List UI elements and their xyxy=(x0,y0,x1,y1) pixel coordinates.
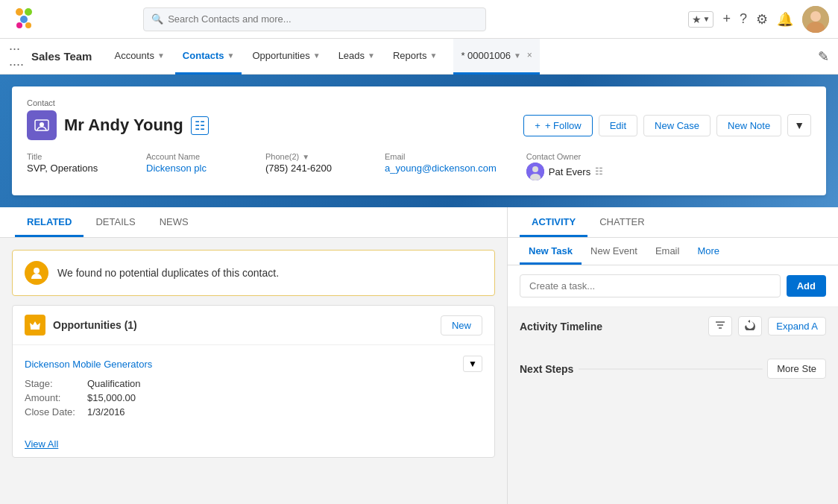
new-opportunity-button[interactable]: New xyxy=(441,315,482,336)
tab-label: * 00001006 xyxy=(461,50,511,61)
view-all-link[interactable]: View All xyxy=(13,431,494,457)
refresh-button[interactable] xyxy=(738,316,762,336)
sidebar-item-leads[interactable]: Leads ▼ xyxy=(331,39,382,75)
sidebar-item-contacts[interactable]: Contacts ▼ xyxy=(175,39,242,75)
grid-icon[interactable]: ∙∙∙∙∙∙∙ xyxy=(9,41,24,72)
chevron-down-icon: ▼ xyxy=(157,51,165,60)
opp-stage-row: Stage: Qualification xyxy=(25,378,482,389)
opportunity-link[interactable]: Dickenson Mobile Generators xyxy=(25,359,152,370)
chevron-down-icon: ▼ xyxy=(429,51,437,60)
account-link[interactable]: Dickenson plc xyxy=(146,163,207,174)
next-steps-section: Next Steps More Ste xyxy=(508,353,838,394)
opp-header: Dickenson Mobile Generators ▼ xyxy=(25,356,482,372)
contact-icon xyxy=(34,117,50,133)
search-bar[interactable]: 🔍 xyxy=(143,7,486,31)
favorites-button[interactable]: ★ ▼ xyxy=(688,11,714,28)
amount-label: Amount: xyxy=(25,392,84,403)
contact-fields: Title SVP, Operations Account Name Dicke… xyxy=(27,152,811,180)
contact-breadcrumb: Contact xyxy=(27,98,811,107)
timeline-header: Activity Timeline Expand A xyxy=(520,316,826,336)
new-case-button[interactable]: New Case xyxy=(643,115,711,136)
chevron-down-icon: ▼ xyxy=(313,51,321,60)
account-value: Dickenson plc xyxy=(146,163,236,174)
filter-button[interactable] xyxy=(708,316,732,336)
email-link[interactable]: a_young@dickenson.com xyxy=(385,163,497,174)
owner-settings-icon[interactable]: ☷ xyxy=(595,166,603,177)
sidebar-item-accounts[interactable]: Accounts ▼ xyxy=(107,39,171,75)
title-label: Title xyxy=(27,152,116,161)
help-button[interactable]: ? xyxy=(740,11,747,27)
activity-sub-tabs: New Task New Event Email More xyxy=(508,238,838,265)
refresh-icon xyxy=(745,320,755,330)
add-button[interactable]: + xyxy=(722,11,731,27)
crown-icon xyxy=(29,319,41,331)
owner-row: Pat Evers ☷ xyxy=(526,163,616,180)
subtab-email[interactable]: Email xyxy=(646,238,689,265)
opportunities-section: Opportunities (1) New Dickenson Mobile G… xyxy=(12,305,495,458)
divider xyxy=(579,368,763,370)
subtab-new-task[interactable]: New Task xyxy=(520,238,582,265)
svg-point-9 xyxy=(40,122,44,127)
expand-button[interactable]: Expand A xyxy=(768,317,826,336)
more-actions-button[interactable]: ▼ xyxy=(787,114,811,136)
follow-button[interactable]: + + Follow xyxy=(523,115,592,136)
timeline-title: Activity Timeline xyxy=(520,321,702,333)
star-icon: ★ xyxy=(692,13,702,25)
tab-activity[interactable]: ACTIVITY xyxy=(520,207,587,237)
app-logo xyxy=(9,4,39,34)
svg-point-13 xyxy=(34,268,40,274)
search-input[interactable] xyxy=(168,13,478,25)
subtab-more[interactable]: More xyxy=(688,238,728,265)
close-label: Close Date: xyxy=(25,406,84,418)
svg-rect-14 xyxy=(31,328,40,330)
sidebar-item-reports[interactable]: Reports ▼ xyxy=(385,39,444,75)
search-icon: 🔍 xyxy=(151,13,163,25)
task-input[interactable] xyxy=(520,274,781,297)
org-chart-icon[interactable]: ☷ xyxy=(191,116,209,135)
tab-news[interactable]: NEWS xyxy=(148,207,201,237)
app-nav: ∙∙∙∙∙∙∙ Sales Team Accounts ▼ Contacts ▼… xyxy=(0,39,838,75)
contact-header: Mr Andy Young ☷ + + Follow Edit New Case… xyxy=(27,110,811,140)
more-steps-button[interactable]: More Ste xyxy=(767,359,826,379)
contact-actions: + + Follow Edit New Case New Note ▼ xyxy=(523,114,811,136)
chevron-down-icon: ▼ xyxy=(368,51,375,60)
leads-label: Leads xyxy=(338,50,365,61)
subtab-new-event[interactable]: New Event xyxy=(582,238,646,265)
app-name: Sales Team xyxy=(31,50,92,63)
reports-label: Reports xyxy=(393,50,427,61)
settings-button[interactable]: ⚙ xyxy=(756,11,768,28)
logo-area xyxy=(9,4,39,34)
record-tab[interactable]: * 00001006 ▼ × xyxy=(453,39,539,75)
contact-title-area: Mr Andy Young ☷ xyxy=(27,110,209,140)
notifications-button[interactable]: 🔔 xyxy=(777,11,793,28)
new-note-button[interactable]: New Note xyxy=(716,115,781,136)
edit-contact-button[interactable]: Edit xyxy=(599,115,637,136)
opportunities-label: Opportunities xyxy=(252,50,309,61)
owner-avatar xyxy=(526,163,544,180)
section-header: Opportunities (1) New xyxy=(13,306,494,345)
contact-card: Contact Mr Andy Young ☷ + + Follow xyxy=(12,86,826,195)
email-label: Email xyxy=(385,152,497,161)
section-title: Opportunities (1) xyxy=(53,319,433,331)
phone-value: (785) 241-6200 xyxy=(265,163,355,174)
phone-chevron-icon[interactable]: ▼ xyxy=(302,153,309,161)
email-field: Email a_young@dickenson.com xyxy=(385,152,497,180)
close-tab-button[interactable]: × xyxy=(527,50,532,60)
add-task-button[interactable]: Add xyxy=(787,275,826,297)
top-nav-icons: ★ ▼ + ? ⚙ 🔔 xyxy=(688,6,829,33)
right-tabs-bar: ACTIVITY CHATTER xyxy=(508,207,838,238)
opportunity-dropdown-button[interactable]: ▼ xyxy=(463,356,482,372)
plus-icon: + xyxy=(535,120,541,131)
tab-details[interactable]: DETAILS xyxy=(84,207,147,237)
chevron-down-icon: ▼ xyxy=(227,51,234,60)
filter-icon xyxy=(715,320,725,330)
sidebar-item-opportunities[interactable]: Opportunities ▼ xyxy=(245,39,327,75)
task-input-area: Add xyxy=(508,265,838,307)
alert-icon xyxy=(25,261,48,285)
tab-chatter[interactable]: CHATTER xyxy=(587,207,656,237)
contact-icon-badge xyxy=(27,110,57,140)
tab-related[interactable]: RELATED xyxy=(15,207,84,237)
edit-button[interactable]: ✎ xyxy=(818,48,829,65)
user-avatar[interactable] xyxy=(802,6,829,33)
contacts-label: Contacts xyxy=(183,50,224,61)
